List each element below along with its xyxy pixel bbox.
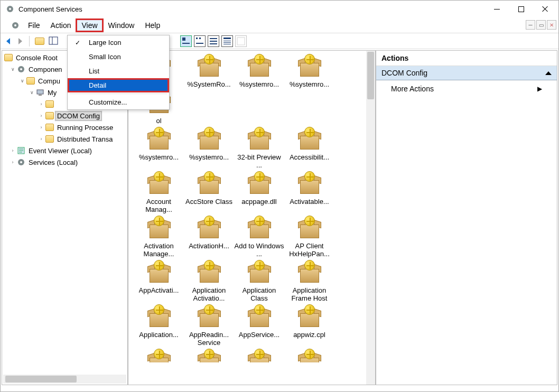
list-item[interactable]: acppage.dll <box>234 171 284 213</box>
list-item-label: Add to Windows ... <box>234 242 284 258</box>
com-component-icon <box>197 349 222 362</box>
com-component-icon <box>197 216 222 241</box>
svg-rect-15 <box>223 41 231 41</box>
list-item[interactable] <box>284 90 334 125</box>
list-item[interactable]: %SystemRo... <box>184 54 234 88</box>
com-component-icon <box>297 54 322 79</box>
checkmark-icon: ✓ <box>75 39 80 46</box>
view-menu-list[interactable]: List <box>68 64 169 78</box>
maximize-button[interactable] <box>509 1 533 17</box>
mdi-minimize-button[interactable]: ─ <box>526 20 535 30</box>
list-item-label: Application... <box>139 331 178 339</box>
com-component-icon <box>297 260 322 285</box>
list-item[interactable]: ActivationH... <box>184 216 234 258</box>
window-title: Component Services <box>18 5 485 13</box>
list-item[interactable] <box>284 349 334 362</box>
view-small-icons-button[interactable] <box>194 35 206 47</box>
list-item[interactable]: Application Activatio... <box>184 260 234 302</box>
list-vertical-scrollbar[interactable] <box>366 51 375 385</box>
view-menu-customize[interactable]: Customize... <box>68 95 169 109</box>
menu-file[interactable]: File <box>23 19 45 32</box>
app-icon <box>6 5 14 13</box>
menu-window[interactable]: Window <box>103 19 140 32</box>
view-menu-large-icon[interactable]: ✓Large Icon <box>68 35 169 50</box>
list-item[interactable]: AppReadin... Service <box>184 304 234 347</box>
view-menu-detail[interactable]: Detail <box>68 78 169 92</box>
actions-section-dcom-config[interactable]: DCOM Config <box>376 66 557 80</box>
svg-rect-4 <box>49 37 58 44</box>
svg-rect-8 <box>196 38 198 39</box>
list-item[interactable]: Application Class <box>234 260 284 302</box>
list-item-label: Application Activatio... <box>184 286 234 302</box>
list-item[interactable]: %systemro... <box>134 127 184 169</box>
actions-pane: Actions DCOM Config More Actions ▶ <box>376 50 557 385</box>
view-list-button[interactable] <box>208 35 219 47</box>
titlebar: Component Services <box>1 1 558 17</box>
mdi-close-button[interactable]: ✕ <box>547 20 556 30</box>
up-folder-button[interactable] <box>34 35 45 47</box>
list-item[interactable] <box>234 90 284 125</box>
collapse-icon <box>545 71 552 75</box>
list-item[interactable] <box>234 349 284 362</box>
list-item[interactable]: appwiz.cpl <box>284 304 334 347</box>
view-detail-button[interactable] <box>221 35 233 47</box>
com-component-icon <box>197 171 222 197</box>
tree-node-event-viewer[interactable]: ›Event Viewer (Local) <box>2 145 127 156</box>
svg-rect-18 <box>237 38 245 45</box>
back-button[interactable] <box>4 36 13 46</box>
svg-rect-14 <box>223 38 231 39</box>
list-item[interactable]: AccStore Class <box>184 171 234 213</box>
com-component-icon <box>146 349 172 362</box>
com-component-icon <box>197 260 222 285</box>
list-item[interactable]: AppService... <box>234 304 284 347</box>
app-menu-icon <box>11 21 20 30</box>
list-item[interactable]: %systemro... <box>234 54 284 88</box>
tree-node-dcom-config[interactable]: ›DCOM Config <box>2 110 127 122</box>
svg-rect-17 <box>223 44 231 44</box>
tree-node-running-processes[interactable]: ›Running Processe <box>2 122 127 133</box>
list-item[interactable]: Accessibilit... <box>284 127 334 169</box>
list-item[interactable] <box>134 349 184 362</box>
list-item[interactable] <box>184 349 234 362</box>
list-item[interactable]: Application... <box>134 304 184 347</box>
com-component-icon <box>146 127 172 152</box>
svg-point-1 <box>9 8 11 10</box>
menu-action[interactable]: Action <box>45 19 77 32</box>
list-item[interactable] <box>184 90 234 125</box>
com-component-icon <box>197 127 222 152</box>
list-item[interactable]: Application Frame Host <box>284 260 334 302</box>
list-item-label: 32-bit Preview ... <box>234 153 284 169</box>
list-item[interactable]: AppActivati... <box>134 260 184 302</box>
com-component-icon <box>297 171 322 197</box>
menu-view[interactable]: View <box>76 19 103 32</box>
menu-help[interactable]: Help <box>139 19 165 32</box>
tree-node-services[interactable]: ›Services (Local) <box>2 156 127 168</box>
list-item-label: AppActivati... <box>139 286 179 294</box>
svg-point-25 <box>20 161 22 163</box>
list-item[interactable]: 32-bit Preview ... <box>234 127 284 169</box>
com-component-icon <box>146 304 172 330</box>
com-component-icon <box>297 216 322 241</box>
view-large-icons-button[interactable] <box>180 35 192 47</box>
minimize-button[interactable] <box>485 1 509 17</box>
menubar: File Action View Window Help ─ ▭ ✕ <box>1 17 558 33</box>
list-item[interactable]: Activation Manage... <box>134 216 184 258</box>
tree-node-distributed-transactions[interactable]: ›Distributed Transa <box>2 133 127 145</box>
tree-horizontal-scrollbar[interactable] <box>3 375 126 384</box>
menu-separator <box>70 94 167 94</box>
forward-button[interactable] <box>15 36 25 46</box>
list-item-label: ActivationH... <box>189 242 229 250</box>
list-item[interactable]: Account Manag... <box>134 171 184 213</box>
mdi-restore-button[interactable]: ▭ <box>536 20 546 30</box>
action-more-actions[interactable]: More Actions ▶ <box>376 80 557 97</box>
show-hide-tree-button[interactable] <box>48 35 59 47</box>
list-item[interactable]: AP Client HxHelpPan... <box>284 216 334 258</box>
list-item[interactable]: %systemro... <box>284 54 334 88</box>
view-menu-small-icon[interactable]: Small Icon <box>68 50 169 64</box>
close-button[interactable] <box>533 1 557 17</box>
list-item[interactable]: Add to Windows ... <box>234 216 284 258</box>
list-item-label: Application Class <box>234 286 284 302</box>
list-item[interactable]: Activatable... <box>284 171 334 213</box>
com-component-icon <box>297 304 322 330</box>
list-item[interactable]: %systemro... <box>184 127 234 169</box>
